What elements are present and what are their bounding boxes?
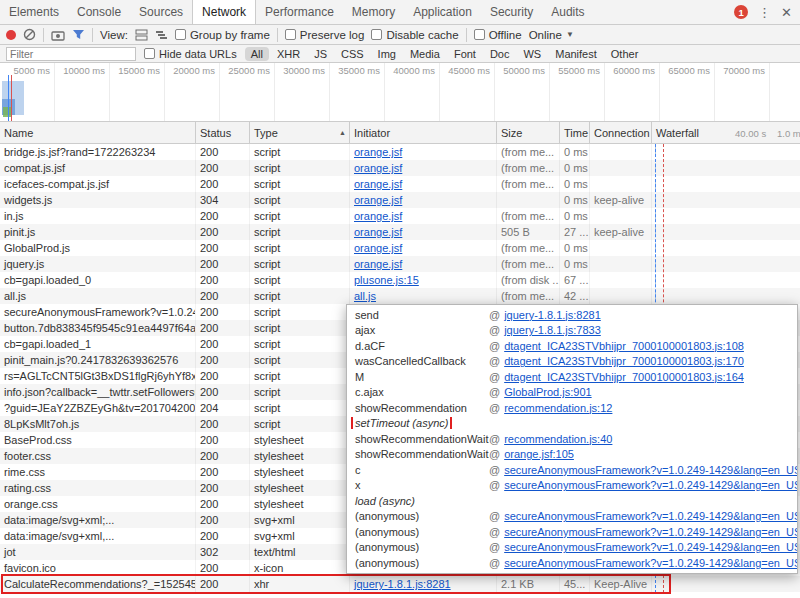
stack-frame-source-link[interactable]: secureAnonymousFramework?v=1.0.249-1429&… — [504, 479, 797, 491]
column-header-waterfall[interactable]: Waterfall 40.00 s 1.0 m... — [652, 122, 800, 143]
request-name[interactable]: pinit_main.js?0.2417832639362576 — [0, 352, 196, 368]
initiator-link[interactable]: plusone.js:15 — [354, 274, 419, 286]
resource-type-filter[interactable]: Img — [372, 47, 402, 61]
initiator-link[interactable]: orange.jsf — [354, 242, 402, 254]
request-name[interactable]: 8LpKsMlt7oh.js — [0, 416, 196, 432]
checkbox[interactable] — [371, 29, 382, 40]
request-name[interactable]: data:image/svg+xml;... — [0, 512, 196, 528]
resource-type-filter[interactable]: JS — [308, 47, 333, 61]
panel-tab[interactable]: Memory — [343, 0, 404, 24]
request-name[interactable]: compat.js.jsf — [0, 160, 196, 176]
checkbox[interactable] — [285, 29, 296, 40]
close-devtools-icon[interactable]: ✕ — [781, 6, 792, 19]
request-name[interactable]: button.7db838345f9545c91ea4497f64ab... — [0, 320, 196, 336]
panel-tab[interactable]: Network — [192, 0, 256, 24]
stack-frame-source-link[interactable]: jquery-1.8.1.js:8281 — [504, 309, 601, 321]
request-name[interactable]: footer.css — [0, 448, 196, 464]
disable-cache-checkbox[interactable]: Disable cache — [371, 29, 458, 41]
request-name[interactable]: data:image/svg+xml,... — [0, 528, 196, 544]
preserve-log-checkbox[interactable]: Preserve log — [285, 29, 365, 41]
panel-tab[interactable]: Performance — [256, 0, 343, 24]
overview-toggle-icon[interactable] — [155, 29, 168, 41]
table-row[interactable]: GlobalProd.js 200 script orange.jsf (fro… — [0, 240, 800, 256]
initiator-link[interactable]: orange.jsf — [354, 194, 402, 206]
panel-tab[interactable]: Audits — [542, 0, 593, 24]
column-header-connection[interactable]: Connection ... — [590, 122, 652, 143]
table-row[interactable]: pinit.js 200 script orange.jsf 505 B 27 … — [0, 224, 800, 240]
stack-frame-source-link[interactable]: secureAnonymousFramework?v=1.0.249-1429&… — [504, 510, 797, 522]
table-row[interactable]: in.js 200 script orange.jsf (from me... … — [0, 208, 800, 224]
request-name[interactable]: cb=gapi.loaded_1 — [0, 336, 196, 352]
stack-frame-source-link[interactable]: secureAnonymousFramework?v=1.0.249-1429&… — [504, 541, 797, 553]
panel-tab[interactable]: Application — [404, 0, 481, 24]
column-header-type[interactable]: Type ▲ — [250, 122, 350, 143]
request-name[interactable]: rating.css — [0, 480, 196, 496]
request-name[interactable]: orange.css — [0, 496, 196, 512]
request-name[interactable]: icefaces-compat.js.jsf — [0, 176, 196, 192]
panel-tab[interactable]: Console — [68, 0, 130, 24]
request-name[interactable]: GlobalProd.js — [0, 240, 196, 256]
request-name[interactable]: favicon.ico — [0, 560, 196, 576]
request-name[interactable]: bridge.js.jsf?rand=1722263234 — [0, 144, 196, 160]
initiator-link[interactable]: orange.jsf — [354, 162, 402, 174]
stack-frame-source-link[interactable]: dtagent_ICA23STVbhijpr_7000100001803.js:… — [504, 340, 744, 352]
column-header-status[interactable]: Status — [196, 122, 250, 143]
checkbox[interactable] — [144, 48, 155, 59]
initiator-link[interactable]: jquery-1.8.1.js:8281 — [354, 578, 451, 590]
stack-frame-source-link[interactable]: dtagent_ICA23STVbhijpr_7000100001803.js:… — [504, 371, 744, 383]
table-row[interactable]: jquery.js 200 script orange.jsf (from me… — [0, 256, 800, 272]
request-name[interactable]: CalculateRecommendations?_=15254544... — [0, 576, 196, 592]
stack-frame-source-link[interactable]: jquery-1.8.1.js:7833 — [504, 324, 601, 336]
table-row[interactable]: CalculateRecommendations?_=15254544... 2… — [0, 576, 800, 592]
large-rows-toggle-icon[interactable] — [135, 29, 148, 41]
request-name[interactable]: rs=AGLTcCNT5lGt3BxDS1flgRj6yhYf8xLVHg — [0, 368, 196, 384]
offline-checkbox[interactable]: Offline — [474, 29, 522, 41]
request-name[interactable]: ?guid=JEaY2ZBZEyGh&tv=2017042001&... — [0, 400, 196, 416]
error-count-badge[interactable]: 1 — [734, 5, 748, 19]
filter-input[interactable] — [6, 47, 136, 61]
resource-type-filter[interactable]: CSS — [335, 47, 370, 61]
throttling-dropdown[interactable]: Online ▼ — [529, 29, 574, 41]
resource-type-filter[interactable]: Media — [404, 47, 446, 61]
request-name[interactable]: all.js — [0, 288, 196, 304]
hide-data-urls-checkbox[interactable]: Hide data URLs — [144, 48, 237, 60]
checkbox[interactable] — [474, 29, 485, 40]
request-name[interactable]: pinit.js — [0, 224, 196, 240]
panel-tab[interactable]: Security — [481, 0, 542, 24]
request-name[interactable]: jot — [0, 544, 196, 560]
resource-type-filter[interactable]: All — [245, 47, 269, 61]
panel-tab[interactable]: Elements — [0, 0, 68, 24]
panel-tab[interactable]: Sources — [130, 0, 192, 24]
resource-type-filter[interactable]: XHR — [271, 47, 306, 61]
record-button[interactable] — [6, 30, 16, 40]
request-name[interactable]: BaseProd.css — [0, 432, 196, 448]
request-name[interactable]: cb=gapi.loaded_0 — [0, 272, 196, 288]
table-row[interactable]: icefaces-compat.js.jsf 200 script orange… — [0, 176, 800, 192]
capture-screenshots-icon[interactable] — [51, 29, 65, 41]
stack-frame-source-link[interactable]: secureAnonymousFramework?v=1.0.249-1429&… — [504, 557, 797, 569]
initiator-link[interactable]: orange.jsf — [354, 178, 402, 190]
table-row[interactable]: bridge.js.jsf?rand=1722263234 200 script… — [0, 144, 800, 160]
request-name[interactable]: widgets.js — [0, 192, 196, 208]
network-overview[interactable]: 5000 ms 10000 ms 15000 ms 20000 ms 25000… — [0, 63, 800, 122]
initiator-link[interactable]: orange.jsf — [354, 210, 402, 222]
table-row[interactable]: all.js 200 script all.js (from me... 42 … — [0, 288, 800, 304]
stack-frame-source-link[interactable]: dtagent_ICA23STVbhijpr_7000100001803.js:… — [504, 355, 744, 367]
request-name[interactable]: jquery.js — [0, 256, 196, 272]
initiator-link[interactable]: orange.jsf — [354, 258, 402, 270]
column-header-size[interactable]: Size — [497, 122, 560, 143]
stack-frame-source-link[interactable]: secureAnonymousFramework?v=1.0.249-1429&… — [504, 526, 797, 538]
clear-icon[interactable] — [23, 28, 36, 41]
request-name[interactable]: info.json?callback=__twttr.setFollowersC… — [0, 384, 196, 400]
stack-frame-source-link[interactable]: orange.jsf:105 — [504, 448, 574, 460]
filter-icon[interactable] — [72, 29, 85, 40]
resource-type-filter[interactable]: Font — [448, 47, 482, 61]
table-row[interactable]: cb=gapi.loaded_0 200 script plusone.js:1… — [0, 272, 800, 288]
resource-type-filter[interactable]: Doc — [484, 47, 516, 61]
stack-frame-source-link[interactable]: GlobalProd.js:901 — [504, 386, 591, 398]
initiator-link[interactable]: all.js — [354, 290, 376, 302]
table-row[interactable]: widgets.js 304 script orange.jsf 0 ms ke… — [0, 192, 800, 208]
resource-type-filter[interactable]: Other — [605, 47, 645, 61]
more-menu-icon[interactable]: ⋮ — [758, 6, 771, 19]
request-name[interactable]: in.js — [0, 208, 196, 224]
